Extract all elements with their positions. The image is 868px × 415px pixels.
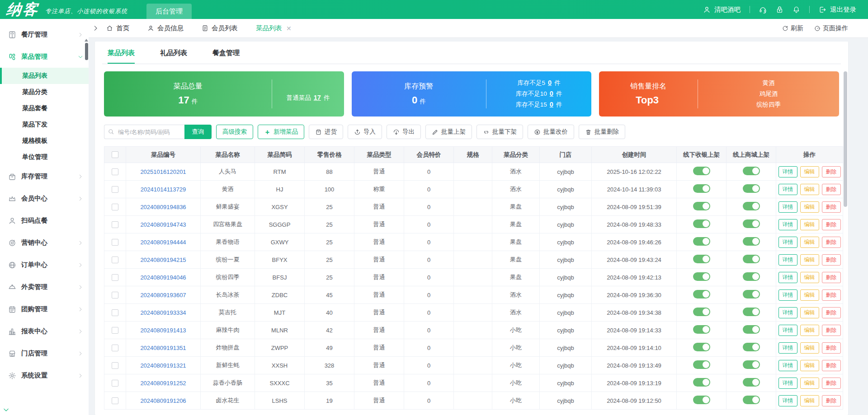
- dish-id-link[interactable]: 20240809191413: [140, 327, 186, 334]
- tab-gift-list[interactable]: 礼品列表: [160, 49, 187, 64]
- page-tab-home[interactable]: 首页: [106, 24, 129, 33]
- sidebar-item-settings[interactable]: 系统设置: [0, 364, 89, 387]
- backend-admin-tab[interactable]: 后台管理: [146, 4, 192, 19]
- detail-button[interactable]: 详情: [778, 342, 797, 354]
- sidebar-item-takeout[interactable]: 外卖管理: [0, 276, 89, 298]
- detail-button[interactable]: 详情: [778, 395, 797, 406]
- edit-button[interactable]: 编辑: [800, 395, 819, 406]
- edit-button[interactable]: 编辑: [800, 237, 819, 248]
- sidebar-collapse-toggle[interactable]: [92, 25, 99, 32]
- row-checkbox[interactable]: [112, 204, 118, 210]
- detail-button[interactable]: 详情: [778, 325, 797, 336]
- mall-onshelf-toggle[interactable]: [743, 396, 760, 404]
- sidebar-scroll-down-icon[interactable]: [3, 406, 9, 413]
- panel-scrollbar-thumb[interactable]: [844, 71, 847, 207]
- delete-button[interactable]: 删除: [822, 254, 841, 266]
- dish-id-link[interactable]: 20240809191206: [140, 397, 186, 404]
- bell-icon[interactable]: [793, 6, 800, 14]
- edit-button[interactable]: 编辑: [800, 325, 819, 336]
- detail-button[interactable]: 详情: [778, 378, 797, 389]
- dish-id-link[interactable]: 20240809194743: [140, 221, 186, 228]
- row-checkbox[interactable]: [112, 274, 118, 281]
- page-tab-member-list[interactable]: 会员列表: [202, 24, 238, 33]
- mall-onshelf-toggle[interactable]: [743, 378, 760, 387]
- pos-onshelf-toggle[interactable]: [693, 396, 710, 404]
- delete-button[interactable]: 删除: [822, 342, 841, 354]
- sidebar-subitem-dish-list[interactable]: 菜品列表: [0, 68, 89, 84]
- delete-button[interactable]: 删除: [822, 360, 841, 371]
- row-checkbox[interactable]: [112, 309, 118, 316]
- pos-onshelf-toggle[interactable]: [693, 167, 710, 175]
- mall-onshelf-toggle[interactable]: [743, 308, 760, 316]
- edit-button[interactable]: 编辑: [800, 219, 819, 230]
- dish-id-link[interactable]: 20240809194046: [140, 274, 186, 281]
- pos-onshelf-toggle[interactable]: [693, 378, 710, 387]
- pos-onshelf-toggle[interactable]: [693, 237, 710, 246]
- pos-onshelf-toggle[interactable]: [693, 343, 710, 351]
- edit-button[interactable]: 编辑: [800, 342, 819, 354]
- page-tab-member-info[interactable]: 会员信息: [147, 24, 184, 33]
- import-button[interactable]: 导入: [348, 125, 382, 139]
- row-checkbox[interactable]: [112, 380, 118, 387]
- lock-icon[interactable]: [776, 6, 783, 14]
- pos-onshelf-toggle[interactable]: [693, 360, 710, 369]
- pos-onshelf-toggle[interactable]: [693, 202, 710, 210]
- sidebar-subitem-unit-management[interactable]: 单位管理: [0, 149, 89, 165]
- row-checkbox[interactable]: [112, 186, 118, 193]
- mall-onshelf-toggle[interactable]: [743, 202, 760, 210]
- sidebar-item-restaurant[interactable]: 餐厅管理: [0, 23, 89, 46]
- delete-button[interactable]: 删除: [822, 395, 841, 406]
- sidebar-subitem-dish-combo[interactable]: 菜品套餐: [0, 100, 89, 117]
- delete-button[interactable]: 删除: [822, 289, 841, 301]
- detail-button[interactable]: 详情: [778, 254, 797, 266]
- edit-button[interactable]: 编辑: [800, 184, 819, 195]
- mall-onshelf-toggle[interactable]: [743, 325, 760, 334]
- edit-button[interactable]: 编辑: [800, 272, 819, 283]
- purchase-button[interactable]: 进货: [309, 125, 343, 139]
- delete-button[interactable]: 删除: [822, 201, 841, 213]
- threshold-count-link[interactable]: 0: [550, 101, 553, 108]
- headset-icon[interactable]: [759, 6, 767, 14]
- edit-button[interactable]: 编辑: [800, 201, 819, 213]
- batch-reprice-button[interactable]: 批量改价: [528, 125, 574, 139]
- mall-onshelf-toggle[interactable]: [743, 290, 760, 298]
- delete-button[interactable]: 删除: [822, 166, 841, 177]
- pos-onshelf-toggle[interactable]: [693, 272, 710, 281]
- detail-button[interactable]: 详情: [778, 201, 797, 213]
- pos-onshelf-toggle[interactable]: [693, 308, 710, 316]
- row-checkbox[interactable]: [112, 327, 118, 334]
- edit-button[interactable]: 编辑: [800, 166, 819, 177]
- delete-button[interactable]: 删除: [822, 307, 841, 318]
- mall-onshelf-toggle[interactable]: [743, 255, 760, 263]
- tab-mealbox[interactable]: 餐盒管理: [212, 49, 240, 64]
- mall-onshelf-toggle[interactable]: [743, 167, 760, 175]
- page-operations-button[interactable]: 页面操作: [814, 24, 848, 33]
- dish-id-link[interactable]: 20240809194444: [140, 239, 186, 246]
- pos-onshelf-toggle[interactable]: [693, 290, 710, 298]
- scroll-up-arrow[interactable]: [85, 39, 88, 42]
- sidebar-scrollbar-thumb[interactable]: [85, 43, 88, 60]
- tab-dish-list[interactable]: 菜品列表: [108, 49, 135, 64]
- batch-on-shelf-button[interactable]: 批量上架: [425, 125, 472, 139]
- pos-onshelf-toggle[interactable]: [693, 184, 710, 193]
- mall-onshelf-toggle[interactable]: [743, 343, 760, 351]
- select-all-checkbox[interactable]: [112, 151, 118, 158]
- sidebar-item-scan-order[interactable]: 扫码点餐: [0, 210, 89, 232]
- sidebar-item-report[interactable]: 报表中心: [0, 320, 89, 342]
- advanced-search-button[interactable]: 高级搜索: [216, 125, 253, 139]
- threshold-count-link[interactable]: 0: [550, 90, 553, 97]
- pos-onshelf-toggle[interactable]: [693, 325, 710, 334]
- detail-button[interactable]: 详情: [778, 237, 797, 248]
- edit-button[interactable]: 编辑: [800, 360, 819, 371]
- dish-id-link[interactable]: 20240809193607: [140, 292, 186, 298]
- detail-button[interactable]: 详情: [778, 184, 797, 195]
- sidebar-item-order[interactable]: 订单中心: [0, 254, 89, 276]
- row-checkbox[interactable]: [112, 362, 118, 369]
- edit-button[interactable]: 编辑: [800, 254, 819, 266]
- detail-button[interactable]: 详情: [778, 360, 797, 371]
- row-checkbox[interactable]: [112, 345, 118, 351]
- sidebar-subitem-dish-category[interactable]: 菜品分类: [0, 84, 89, 100]
- mall-onshelf-toggle[interactable]: [743, 272, 760, 281]
- dish-id-link[interactable]: 20251016120201: [140, 168, 186, 175]
- delete-button[interactable]: 删除: [822, 184, 841, 195]
